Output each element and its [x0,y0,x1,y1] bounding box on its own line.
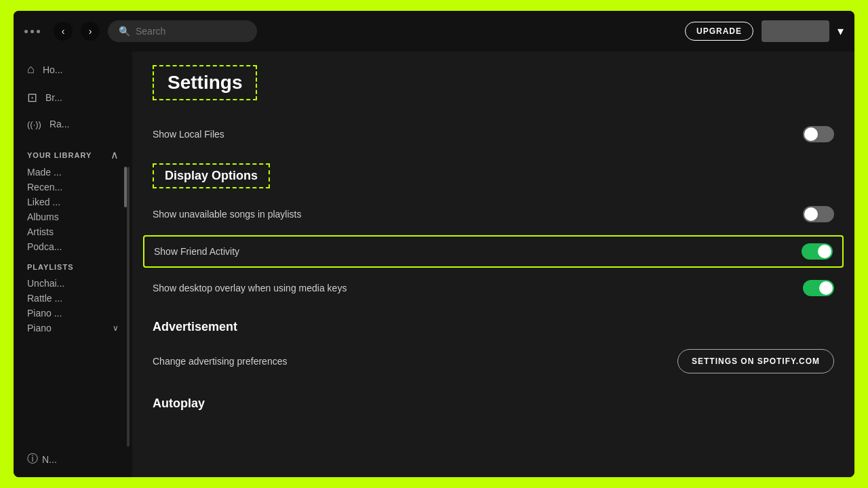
bottom-nav-label[interactable]: N... [42,454,57,465]
chevron-down-icon[interactable]: ▾ [837,24,844,39]
sidebar-item-browse[interactable]: ⊡ Br... [22,85,124,110]
sidebar-nav: ⌂ Ho... ⊡ Br... ((·)) Ra... [14,57,132,135]
browse-icon: ⊡ [27,90,37,105]
change-advertising-label: Change advertising preferences [153,356,287,367]
show-unavailable-toggle[interactable] [803,206,834,222]
your-library-label: YOUR LIBRARY [27,151,92,159]
advertisement-row: Change advertising preferences SETTINGS … [153,340,834,383]
sidebar-item-albums[interactable]: Albums [27,211,119,222]
playlist-piano2-label: Piano [27,323,52,333]
show-friend-activity-toggle[interactable] [802,243,833,260]
dot [31,30,34,33]
home-icon: ⌂ [27,62,35,77]
sidebar-item-made-for-you[interactable]: Made ... [27,167,119,178]
scrollbar-thumb[interactable] [124,167,127,207]
show-local-files-row: Show Local Files [153,117,834,152]
radio-icon: ((·)) [27,119,41,129]
sidebar: ⌂ Ho... ⊡ Br... ((·)) Ra... YOUR LIBRARY… [14,52,132,477]
search-bar: 🔍 [108,20,257,42]
sidebar-item-liked[interactable]: Liked ... [27,197,119,207]
spotify-settings-button[interactable]: SETTINGS ON SPOTIFY.COM [677,349,834,373]
display-options-heading-box: Display Options [153,163,270,188]
playlists-section: PLAYLISTS Unchai... Rattle ... Piano ...… [14,263,132,333]
avatar[interactable] [762,20,829,42]
chevron-right-icon: ∨ [113,323,119,333]
sidebar-item-podcasts[interactable]: Podca... [27,241,119,252]
toggle-knob-friend [818,245,831,258]
dot [37,30,40,33]
top-right: UPGRADE ▾ [685,20,844,42]
sidebar-item-radio[interactable]: ((·)) Ra... [22,113,124,135]
content-area: Settings Show Local Files Display Option… [132,52,854,477]
show-unavailable-row: Show unavailable songs in playlists [153,197,834,232]
show-unavailable-label: Show unavailable songs in playlists [153,209,301,220]
sidebar-item-artists[interactable]: Artists [27,226,119,237]
upgrade-button[interactable]: UPGRADE [685,22,753,41]
playlist-item-piano2[interactable]: Piano ∨ [27,323,119,333]
main-layout: ⌂ Ho... ⊡ Br... ((·)) Ra... YOUR LIBRARY… [14,52,854,477]
settings-header-box: Settings [153,65,257,100]
show-friend-activity-label: Show Friend Activity [154,246,239,257]
toggle-knob-unavailable [804,207,818,221]
autoplay-heading: Autoplay [153,396,834,411]
playlist-item-unchained[interactable]: Unchai... [27,278,119,289]
display-options-heading: Display Options [165,169,258,182]
playlist-item-rattle[interactable]: Rattle ... [27,293,119,304]
scrollbar-track [127,167,130,447]
collapse-icon[interactable]: ∧ [111,148,119,161]
search-input[interactable] [136,26,237,37]
playlists-label: PLAYLISTS [27,263,119,271]
forward-button[interactable]: › [81,22,100,41]
show-local-files-toggle[interactable] [803,126,834,142]
your-library-header: YOUR LIBRARY ∧ [14,146,132,167]
sidebar-item-browse-label: Br... [45,92,62,103]
show-desktop-overlay-toggle[interactable] [803,280,834,296]
dots-menu [24,30,40,33]
sidebar-item-recently[interactable]: Recen... [27,182,119,192]
sidebar-item-home-label: Ho... [43,64,63,75]
show-desktop-overlay-row: Show desktop overlay when using media ke… [153,270,834,306]
toggle-knob-overlay [819,281,833,295]
app-container: ‹ › 🔍 UPGRADE ▾ ⌂ Ho... ⊡ Br... [14,11,854,477]
top-bar: ‹ › 🔍 UPGRADE ▾ [14,11,854,52]
library-items: Made ... Recen... Liked ... Albums Artis… [14,167,132,252]
bottom-info-icon: ⓘ [27,452,38,466]
show-local-files-label: Show Local Files [153,129,224,140]
sidebar-scroll: Made ... Recen... Liked ... Albums Artis… [14,167,132,447]
toggle-knob [804,127,818,141]
sidebar-item-home[interactable]: ⌂ Ho... [22,57,124,82]
playlist-item-piano1[interactable]: Piano ... [27,308,119,319]
show-friend-activity-row: Show Friend Activity [143,235,844,268]
back-button[interactable]: ‹ [54,22,73,41]
show-desktop-overlay-label: Show desktop overlay when using media ke… [153,283,347,293]
dot [24,30,28,33]
sidebar-item-radio-label: Ra... [50,119,70,129]
settings-title: Settings [167,72,242,93]
advertisement-heading: Advertisement [153,320,834,334]
search-icon: 🔍 [119,26,130,37]
